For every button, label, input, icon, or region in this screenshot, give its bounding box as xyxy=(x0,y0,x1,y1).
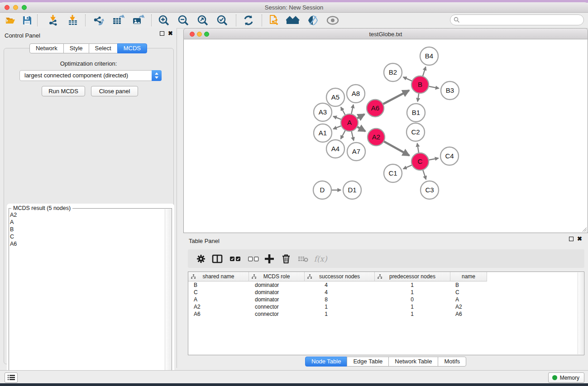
result-list-item[interactable]: C xyxy=(10,233,17,240)
add-column-icon[interactable] xyxy=(263,252,276,266)
tab-network[interactable]: Network xyxy=(29,43,64,53)
table-cell[interactable]: C xyxy=(188,289,249,296)
tab-network-table[interactable]: Network Table xyxy=(388,357,438,367)
column-header-predecessor-nodes[interactable]: predecessor nodes xyxy=(375,272,450,281)
tab-select[interactable]: Select xyxy=(89,43,118,53)
network-graph[interactable]: AA1A2A3A4A5A6A7A8BB1B2B3B4CC1C2C3C4DD1 xyxy=(184,39,588,232)
graph-edge-A2-C[interactable] xyxy=(383,141,409,156)
table-cell[interactable]: dominator xyxy=(249,296,305,303)
column-header-name[interactable]: name xyxy=(450,272,487,281)
save-session-icon[interactable] xyxy=(20,14,34,27)
graph-edge-C-C3[interactable] xyxy=(423,169,426,179)
graph-edge-A-A4[interactable] xyxy=(341,130,346,139)
graph-edge-A6-B[interactable] xyxy=(382,91,409,105)
zoom-fit-icon[interactable] xyxy=(196,14,210,27)
tab-mcds[interactable]: MCDS xyxy=(117,43,147,53)
result-list-item[interactable]: A xyxy=(10,219,17,226)
table-cell[interactable]: 0 xyxy=(375,296,450,303)
tab-motifs[interactable]: Motifs xyxy=(438,357,466,367)
memory-button[interactable]: Memory xyxy=(548,372,584,383)
table-cell[interactable]: A xyxy=(188,296,249,303)
table-cell[interactable]: 4 xyxy=(305,281,375,289)
table-cell[interactable]: A6 xyxy=(188,310,249,318)
criterion-dropdown[interactable]: largest connected component (directed) xyxy=(19,70,162,81)
open-session-icon[interactable] xyxy=(4,14,17,27)
export-network-icon[interactable] xyxy=(92,14,105,27)
graph-edge-B-B1[interactable] xyxy=(418,93,419,102)
settings-gear-icon[interactable] xyxy=(194,252,208,266)
graph-edge-C-C4[interactable] xyxy=(428,158,439,160)
tab-node-table[interactable]: Node Table xyxy=(305,357,348,367)
table-scrollbar[interactable] xyxy=(578,272,583,354)
network-canvas[interactable]: AA1A2A3A4A5A6A7A8BB1B2B3B4CC1C2C3C4DD1 xyxy=(183,39,588,233)
column-header-successor-nodes[interactable]: successor nodes xyxy=(305,272,375,281)
export-table-icon[interactable] xyxy=(111,14,125,27)
table-cell[interactable]: dominator xyxy=(249,289,305,296)
table-cell[interactable]: 1 xyxy=(375,289,450,296)
graph-edge-A-A6[interactable] xyxy=(357,114,364,119)
table-row[interactable]: A2connector11A2 xyxy=(188,303,584,310)
table-cell[interactable]: 1 xyxy=(375,281,450,289)
table-cell[interactable]: A6 xyxy=(450,310,487,318)
result-list-item[interactable]: B xyxy=(10,226,17,233)
table-cell[interactable]: dominator xyxy=(249,281,305,289)
float-table-panel-icon[interactable] xyxy=(569,237,574,241)
column-header-shared-name[interactable]: shared name xyxy=(188,272,249,281)
task-history-button[interactable] xyxy=(5,372,18,383)
resize-grip-icon[interactable] xyxy=(582,227,587,232)
result-list-item[interactable]: A2 xyxy=(10,211,17,219)
refresh-icon[interactable] xyxy=(242,14,255,27)
graph-edge-A-A5[interactable] xyxy=(341,107,345,115)
tab-style[interactable]: Style xyxy=(63,43,89,53)
float-panel-icon[interactable] xyxy=(160,31,164,36)
hide-panel-icon[interactable] xyxy=(306,14,320,27)
table-cell[interactable]: 4 xyxy=(305,289,375,296)
table-cell[interactable]: 1 xyxy=(305,303,375,310)
table-cell[interactable]: A2 xyxy=(188,303,249,310)
graph-edge-A-A2[interactable] xyxy=(357,127,365,131)
graph-edge-B-B3[interactable] xyxy=(428,86,439,88)
import-table-icon[interactable] xyxy=(66,14,80,27)
table-cell[interactable]: C xyxy=(450,289,487,296)
graph-edge-B-B4[interactable] xyxy=(422,67,425,77)
table-cell[interactable]: A xyxy=(450,296,487,303)
graph-edge-C-C1[interactable] xyxy=(403,165,413,169)
split-table-icon[interactable] xyxy=(210,252,224,266)
table-row[interactable]: Bdominator41B xyxy=(188,281,584,289)
export-image-icon[interactable] xyxy=(131,14,145,27)
table-row[interactable]: A6connector11A6 xyxy=(188,310,584,318)
table-cell[interactable]: connector xyxy=(249,303,305,310)
table-row[interactable]: Cdominator41C xyxy=(188,289,584,296)
graph-edge-B-B2[interactable] xyxy=(403,77,413,81)
zoom-selected-icon[interactable] xyxy=(215,14,229,27)
graph-edge-C-C2[interactable] xyxy=(417,143,419,154)
graph-edge-A-A7[interactable] xyxy=(351,131,354,141)
network-from-file-icon[interactable] xyxy=(268,14,282,27)
table-cell[interactable]: 8 xyxy=(305,296,375,303)
result-scrollbar[interactable] xyxy=(165,209,171,385)
result-list-item[interactable]: A6 xyxy=(10,240,17,248)
table-cell[interactable]: 1 xyxy=(305,310,375,318)
graph-edge-A-A8[interactable] xyxy=(351,105,354,114)
search-input[interactable] xyxy=(462,15,582,25)
graph-edge-A-A3[interactable] xyxy=(333,116,342,119)
close-panel-button[interactable]: Close panel xyxy=(91,86,138,96)
close-panel-icon[interactable]: ✖ xyxy=(168,31,173,36)
column-header-MCDS-role[interactable]: MCDS role xyxy=(249,272,305,281)
table-cell[interactable]: 1 xyxy=(375,303,450,310)
table-cell[interactable]: A2 xyxy=(450,303,487,310)
tab-edge-table[interactable]: Edge Table xyxy=(347,357,389,367)
close-table-panel-icon[interactable]: ✖ xyxy=(577,237,582,241)
zoom-in-icon[interactable] xyxy=(157,14,171,27)
run-mcds-button[interactable]: Run MCDS xyxy=(42,86,85,96)
show-eye-icon[interactable] xyxy=(326,14,339,27)
zoom-out-icon[interactable] xyxy=(177,14,190,27)
table-cell[interactable]: 1 xyxy=(375,310,450,318)
table-cell[interactable]: B xyxy=(188,281,249,289)
import-network-icon[interactable] xyxy=(47,14,60,27)
table-row[interactable]: Adominator80A xyxy=(188,296,584,303)
hide-all-columns-icon[interactable] xyxy=(247,252,260,266)
home-icon[interactable] xyxy=(286,14,300,27)
graph-edge-A-A1[interactable] xyxy=(333,126,342,129)
table-cell[interactable]: connector xyxy=(249,310,305,318)
